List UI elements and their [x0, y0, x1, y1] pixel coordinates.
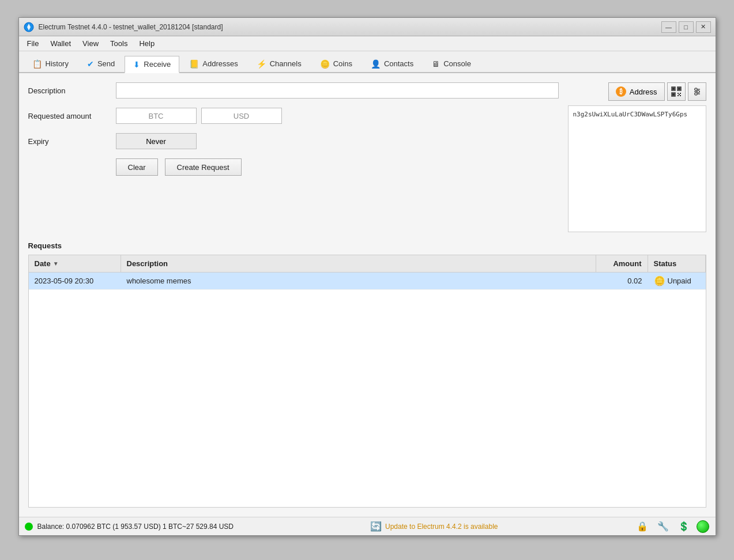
- svg-rect-8: [680, 93, 681, 94]
- minimize-button[interactable]: —: [661, 21, 676, 33]
- description-row: Description: [28, 82, 559, 99]
- settings-button[interactable]: [688, 82, 706, 101]
- requested-amount-row: Requested amount: [28, 108, 559, 124]
- expiry-row: Expiry Never: [28, 133, 559, 149]
- menu-help[interactable]: Help: [133, 38, 160, 49]
- balance-text: Balance: 0.070962 BTC (1 953.57 USD) 1 B…: [37, 523, 234, 531]
- svg-point-15: [695, 88, 697, 90]
- col-status[interactable]: Status: [648, 255, 706, 272]
- tab-history[interactable]: 📋 History: [24, 55, 77, 72]
- tab-contacts-label: Contacts: [384, 59, 413, 68]
- row-status: 🪙 Unpaid: [648, 273, 706, 289]
- receive-panel: Description Requested amount Expiry Neve…: [19, 73, 716, 241]
- svg-rect-4: [678, 88, 680, 90]
- address-action-buttons: ₿ Address: [568, 82, 706, 101]
- connection-dot: [25, 523, 33, 531]
- menu-view[interactable]: View: [77, 38, 104, 49]
- col-description[interactable]: Description: [121, 255, 596, 272]
- tab-send-label: Send: [97, 59, 115, 68]
- main-content: Description Requested amount Expiry Neve…: [19, 73, 716, 517]
- svg-rect-9: [679, 94, 680, 95]
- window-controls: — □ ✕: [661, 21, 711, 33]
- address-panel: ₿ Address: [568, 82, 706, 232]
- menu-wallet[interactable]: Wallet: [44, 38, 77, 49]
- table-row[interactable]: 2023-05-09 20:30 wholesome memes 0.02 🪙 …: [29, 273, 706, 290]
- menu-file[interactable]: File: [21, 38, 45, 49]
- svg-rect-6: [672, 93, 675, 96]
- settings-icon: [692, 86, 702, 97]
- window-title: Electrum Testnet 4.4.0 - testnet_wallet_…: [39, 23, 223, 31]
- channels-icon: ⚡: [257, 59, 266, 69]
- col-amount[interactable]: Amount: [596, 255, 648, 272]
- update-text: Update to Electrum 4.4.2 is available: [385, 523, 498, 531]
- receive-form: Description Requested amount Expiry Neve…: [28, 82, 559, 232]
- tab-receive[interactable]: ⬇ Receive: [125, 56, 179, 73]
- tab-console-label: Console: [443, 59, 471, 68]
- description-input[interactable]: [116, 82, 559, 99]
- address-button[interactable]: ₿ Address: [608, 82, 665, 101]
- svg-rect-2: [672, 88, 675, 90]
- tab-console[interactable]: 🖥 Console: [423, 55, 480, 72]
- qr-button[interactable]: [667, 82, 686, 101]
- expiry-button[interactable]: Never: [116, 133, 197, 149]
- menu-tools[interactable]: Tools: [104, 38, 133, 49]
- tab-contacts[interactable]: 👤 Contacts: [362, 55, 422, 72]
- receive-icon: ⬇: [133, 60, 140, 69]
- statusbar-update[interactable]: 🔄 Update to Electrum 4.4.2 is available: [370, 521, 498, 532]
- contacts-icon: 👤: [371, 59, 381, 69]
- wallet-button[interactable]: 💲: [676, 520, 692, 533]
- table-header: Date ▼ Description Amount Status: [29, 255, 706, 273]
- expiry-label: Expiry: [28, 137, 109, 146]
- action-buttons: Clear Create Request: [28, 158, 559, 176]
- requests-table: Date ▼ Description Amount Status 2023-: [28, 255, 706, 508]
- lock-button[interactable]: 🔒: [634, 520, 650, 533]
- btc-input[interactable]: [116, 108, 197, 124]
- qr-icon: [671, 86, 682, 97]
- svg-rect-11: [680, 95, 681, 96]
- tab-send[interactable]: ✔ Send: [78, 55, 123, 72]
- history-icon: 📋: [32, 59, 42, 69]
- app-icon: [24, 22, 34, 32]
- statusbar: Balance: 0.070962 BTC (1 953.57 USD) 1 B…: [19, 517, 716, 535]
- tab-addresses[interactable]: 📒 Addresses: [180, 55, 246, 72]
- svg-rect-10: [677, 95, 679, 96]
- requested-amount-label: Requested amount: [28, 112, 109, 120]
- row-description: wholesome memes: [121, 273, 596, 289]
- tab-history-label: History: [46, 59, 69, 68]
- usd-input[interactable]: [201, 108, 282, 124]
- coins-icon: 🪙: [320, 59, 330, 69]
- statusbar-tools: 🔒 🔧 💲: [634, 520, 709, 533]
- menubar: File Wallet View Tools Help: [19, 36, 716, 51]
- close-button[interactable]: ✕: [696, 21, 711, 33]
- requests-title: Requests: [28, 241, 706, 250]
- create-request-button[interactable]: Create Request: [165, 158, 242, 176]
- tab-channels[interactable]: ⚡ Channels: [248, 55, 310, 72]
- tab-coins-label: Coins: [333, 59, 352, 68]
- tab-channels-label: Channels: [270, 59, 302, 68]
- maximize-button[interactable]: □: [679, 21, 694, 33]
- tab-receive-label: Receive: [144, 60, 171, 69]
- svg-point-16: [697, 90, 699, 93]
- row-amount: 0.02: [596, 273, 648, 289]
- network-status-indicator: [697, 520, 709, 533]
- refresh-icon: 🔄: [370, 521, 382, 532]
- statusbar-balance: Balance: 0.070962 BTC (1 953.57 USD) 1 B…: [25, 523, 234, 531]
- tools-button[interactable]: 🔧: [655, 520, 671, 533]
- tabbar: 📋 History ✔ Send ⬇ Receive 📒 Addresses ⚡…: [19, 51, 716, 73]
- console-icon: 🖥: [432, 59, 440, 69]
- description-label: Description: [28, 86, 109, 95]
- addresses-icon: 📒: [189, 59, 199, 69]
- requests-section: Requests Date ▼ Description Amount Sta: [19, 241, 716, 517]
- col-date[interactable]: Date ▼: [29, 255, 121, 272]
- amount-inputs: [116, 108, 282, 124]
- clear-button[interactable]: Clear: [116, 158, 158, 176]
- tab-coins[interactable]: 🪙 Coins: [311, 55, 361, 72]
- btc-icon: ₿: [616, 86, 626, 97]
- svg-rect-7: [677, 93, 679, 94]
- address-button-label: Address: [630, 88, 657, 96]
- svg-point-17: [695, 93, 697, 95]
- titlebar: Electrum Testnet 4.4.0 - testnet_wallet_…: [19, 18, 716, 36]
- unpaid-icon: 🪙: [654, 275, 665, 286]
- address-display: n3g2sUwiXLuLaUrC3DWawLSPTy6Gps: [568, 105, 706, 232]
- sort-arrow-icon: ▼: [53, 260, 59, 267]
